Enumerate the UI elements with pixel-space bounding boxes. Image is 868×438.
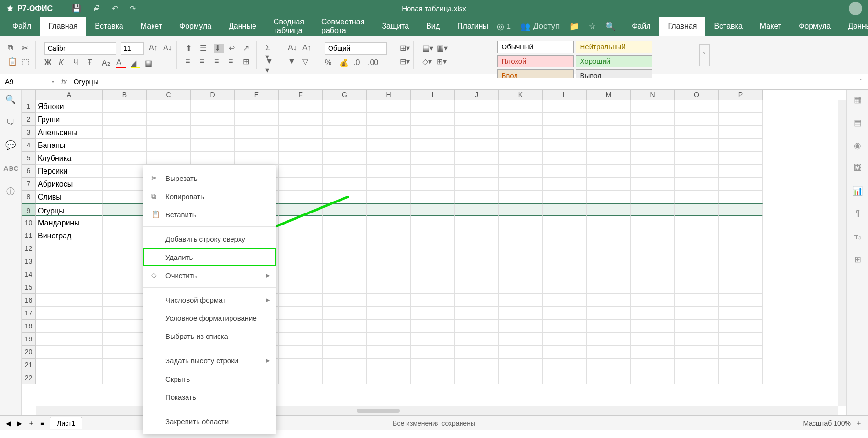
- cell[interactable]: [367, 126, 411, 139]
- row-header[interactable]: 9: [22, 203, 36, 216]
- cell[interactable]: [323, 320, 367, 333]
- decrease-decimal-icon[interactable]: .0: [353, 58, 363, 68]
- sheet-list-icon[interactable]: ≡: [40, 419, 44, 427]
- cell[interactable]: [587, 216, 631, 229]
- cell[interactable]: [587, 268, 631, 281]
- decrease-font-icon[interactable]: A↓: [163, 44, 173, 53]
- cell[interactable]: [675, 268, 719, 281]
- cell[interactable]: [499, 333, 543, 346]
- cell[interactable]: [719, 255, 763, 268]
- cell[interactable]: [323, 191, 367, 203]
- cell[interactable]: [719, 242, 763, 255]
- cell[interactable]: Мандарины: [36, 216, 103, 229]
- cell[interactable]: [191, 139, 235, 152]
- cell[interactable]: [675, 216, 719, 229]
- cell[interactable]: [367, 307, 411, 320]
- cell[interactable]: [543, 152, 587, 165]
- cell[interactable]: [103, 229, 147, 242]
- cell[interactable]: [323, 346, 367, 359]
- bold-icon[interactable]: Ж: [44, 58, 54, 68]
- cell[interactable]: [103, 152, 147, 165]
- sheet-tab[interactable]: Лист1: [50, 417, 82, 429]
- cell[interactable]: [543, 113, 587, 126]
- column-header[interactable]: O: [675, 90, 719, 100]
- column-header[interactable]: I: [411, 90, 455, 100]
- cell[interactable]: [103, 255, 147, 268]
- cell[interactable]: [631, 320, 675, 333]
- cell[interactable]: [279, 139, 323, 152]
- expand-formula-icon[interactable]: ˅: [854, 79, 868, 85]
- cell[interactable]: [279, 191, 323, 203]
- menu-tab-вставка[interactable]: Вставка: [705, 17, 751, 36]
- cell[interactable]: [455, 203, 499, 216]
- cell[interactable]: [499, 216, 543, 229]
- cell[interactable]: [675, 229, 719, 242]
- align-middle-icon[interactable]: ☰: [200, 44, 209, 53]
- menu-tab-формула[interactable]: Формула: [790, 17, 839, 36]
- cell[interactable]: [631, 152, 675, 165]
- cell[interactable]: [719, 139, 763, 152]
- cell[interactable]: [455, 320, 499, 333]
- cell[interactable]: [411, 113, 455, 126]
- cell[interactable]: [455, 165, 499, 178]
- cell[interactable]: [279, 371, 323, 384]
- cell[interactable]: [103, 268, 147, 281]
- cell[interactable]: [411, 229, 455, 242]
- increase-decimal-icon[interactable]: .00: [368, 58, 377, 68]
- cell[interactable]: [499, 281, 543, 294]
- chart-settings-icon[interactable]: 📊: [852, 186, 863, 196]
- context-menu-item[interactable]: ◇Очистить▶: [143, 266, 276, 284]
- cell[interactable]: [36, 242, 103, 255]
- menu-tab-макет[interactable]: Макет: [751, 17, 790, 36]
- column-header[interactable]: E: [235, 90, 279, 100]
- cell[interactable]: [411, 100, 455, 113]
- cell[interactable]: [499, 268, 543, 281]
- cell[interactable]: [455, 307, 499, 320]
- column-header[interactable]: L: [543, 90, 587, 100]
- cell[interactable]: [36, 294, 103, 307]
- cell[interactable]: [675, 139, 719, 152]
- cell[interactable]: [147, 113, 191, 126]
- cell[interactable]: [36, 268, 103, 281]
- cell[interactable]: [455, 281, 499, 294]
- cell[interactable]: [323, 294, 367, 307]
- cell[interactable]: [675, 152, 719, 165]
- cell[interactable]: [323, 165, 367, 178]
- context-menu-item[interactable]: Удалить: [143, 248, 276, 266]
- cell[interactable]: [543, 126, 587, 139]
- row-header[interactable]: 15: [22, 281, 36, 294]
- cell[interactable]: [499, 307, 543, 320]
- cell[interactable]: [587, 359, 631, 371]
- row-header[interactable]: 10: [22, 216, 36, 229]
- align-top-icon[interactable]: ⬆: [186, 44, 195, 53]
- cell[interactable]: [631, 255, 675, 268]
- cell[interactable]: Клубника: [36, 152, 103, 165]
- cell[interactable]: [367, 191, 411, 203]
- row-header[interactable]: 3: [22, 126, 36, 139]
- cell[interactable]: [719, 113, 763, 126]
- cell[interactable]: [367, 320, 411, 333]
- share-access-button[interactable]: 👥 Доступ: [520, 22, 560, 32]
- cell[interactable]: [499, 203, 543, 216]
- cell[interactable]: [323, 268, 367, 281]
- cell[interactable]: [455, 333, 499, 346]
- cell[interactable]: [499, 320, 543, 333]
- column-header[interactable]: J: [455, 90, 499, 100]
- cell[interactable]: [367, 281, 411, 294]
- cell[interactable]: [631, 100, 675, 113]
- search-panel-icon[interactable]: 🔍: [5, 94, 16, 105]
- cell[interactable]: [323, 139, 367, 152]
- cell[interactable]: [675, 242, 719, 255]
- cell[interactable]: [719, 152, 763, 165]
- cell[interactable]: [675, 371, 719, 384]
- cell[interactable]: [543, 359, 587, 371]
- cell[interactable]: [455, 242, 499, 255]
- chat-panel-icon[interactable]: 💬: [5, 140, 16, 150]
- font-size-select[interactable]: [121, 42, 144, 55]
- cell[interactable]: [323, 307, 367, 320]
- column-headers[interactable]: ABCDEFGHIJKLMNOP: [36, 90, 763, 100]
- cell[interactable]: [411, 307, 455, 320]
- cell[interactable]: [323, 333, 367, 346]
- cell[interactable]: [499, 165, 543, 178]
- cell[interactable]: [587, 320, 631, 333]
